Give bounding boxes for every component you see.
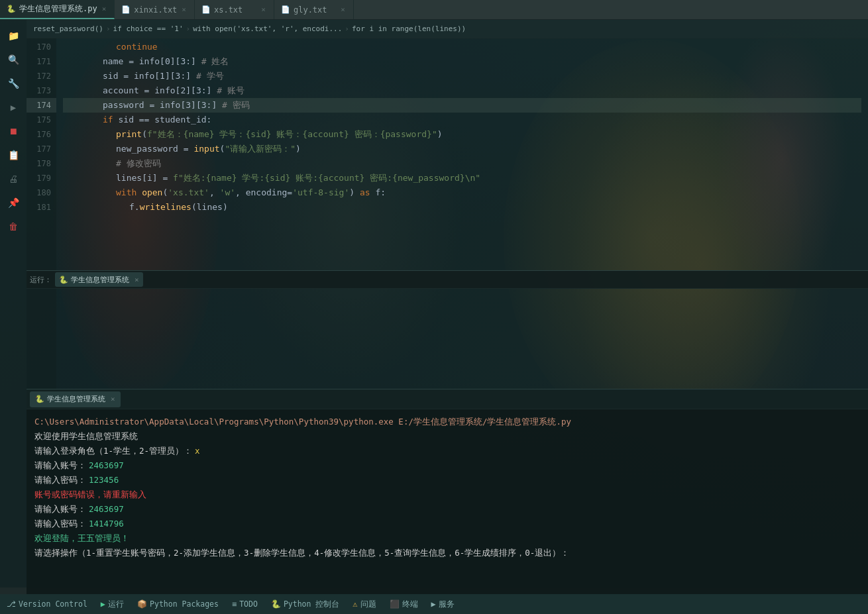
status-bar: ⎇ Version Control ▶ 运行 📦 Python Packages… <box>0 594 868 614</box>
line-num-175: 175 <box>27 113 56 127</box>
line-num-181: 181 <box>27 200 56 215</box>
terminal-welcome: 欢迎使用学生信息管理系统 <box>34 429 138 444</box>
run-label: 运行： <box>30 275 52 285</box>
tab-xs-close[interactable]: × <box>260 5 267 14</box>
terminal-status-label: 终端 <box>402 599 418 609</box>
activity-debug-icon[interactable]: 📋 <box>3 144 24 166</box>
code-line-181: f.writelines(lines) <box>63 200 861 215</box>
code-line-179: lines[i] = f"姓名:{name} 学号:{sid} 账号:{acco… <box>63 171 861 185</box>
tab-xinxi-close[interactable]: × <box>180 5 188 14</box>
terminal-line-8: 请输入密码：1414796 <box>34 517 860 531</box>
terminal-line-5: 请输入密码：123456 <box>34 473 860 487</box>
terminal-role-prompt: 请输入登录角色（1-学生，2-管理员）： <box>34 444 192 458</box>
line-num-173: 173 <box>27 83 56 98</box>
terminal-line-2: 欢迎使用学生信息管理系统 <box>34 429 860 444</box>
code-line-172: sid = info[1][3:] # 学号 <box>63 69 861 83</box>
services-icon: ▶ <box>431 599 436 609</box>
terminal-line-1: C:\Users\Administrator\AppData\Local\Pro… <box>34 415 860 429</box>
python-tab-icon: 🐍 <box>7 5 16 13</box>
status-problems[interactable]: ⚠ 问题 <box>346 594 382 614</box>
terminal-error-msg: 账号或密码错误，请重新输入 <box>34 487 146 502</box>
tab-python-close[interactable]: × <box>101 5 108 13</box>
tab-gly-label: gly.txt <box>294 5 327 15</box>
terminal-account-input2: 2463697 <box>89 502 124 517</box>
breadcrumb-part3[interactable]: with open('xs.txt', 'r', encodi... <box>193 25 342 33</box>
terminal-status-icon: ⬛ <box>390 599 400 609</box>
line-num-174: 174 <box>27 98 56 113</box>
python-console-label: Python 控制台 <box>284 599 339 609</box>
python-packages-label: Python Packages <box>150 599 219 609</box>
tab-xs[interactable]: 📄 xs.txt × <box>195 0 274 19</box>
todo-icon: ≡ <box>232 599 237 609</box>
terminal-welcome-msg: 欢迎登陆，王五管理员！ <box>34 531 129 546</box>
line-num-172: 172 <box>27 69 56 83</box>
status-todo[interactable]: ≡ TODO <box>225 594 264 614</box>
terminal-pw-prompt2: 请输入密码： <box>34 517 86 531</box>
xs-tab-icon: 📄 <box>201 5 211 14</box>
activity-bar: 📁 🔍 🔧 ▶ ⏹ 📋 🖨 📌 🗑 <box>0 20 27 588</box>
tab-gly[interactable]: 📄 gly.txt × <box>274 0 354 19</box>
terminal-tab-main[interactable]: 🐍 学生信息管理系统 × <box>30 391 121 407</box>
python-packages-icon: 📦 <box>137 599 147 609</box>
breadcrumb-part4[interactable]: for i in range(len(lines)) <box>352 25 466 33</box>
problems-label: 问题 <box>360 599 376 609</box>
line-num-176: 176 <box>27 127 56 142</box>
terminal-pw-input2: 1414796 <box>89 517 124 531</box>
tab-bar: 🐍 学生信息管理系统.py × 📄 xinxi.txt × 📄 xs.txt ×… <box>0 0 868 20</box>
status-services[interactable]: ▶ 服务 <box>425 594 461 614</box>
run-active-item[interactable]: 🐍 学生信息管理系统 × <box>55 272 143 287</box>
terminal-role-input: x <box>195 444 200 458</box>
terminal-area: 🐍 学生信息管理系统 × C:\Users\Administrator\AppD… <box>27 389 868 594</box>
terminal-line-4: 请输入账号：2463697 <box>34 458 860 473</box>
tab-python-label: 学生信息管理系统.py <box>19 3 97 15</box>
run-bar: 运行： 🐍 学生信息管理系统 × <box>27 270 868 289</box>
version-control-icon: ⎇ <box>7 599 16 609</box>
code-line-177: new_password = input("请输入新密码：") <box>63 142 861 156</box>
terminal-account-prompt2: 请输入账号： <box>34 502 86 517</box>
activity-pin-icon[interactable]: 📌 <box>3 192 24 213</box>
activity-files-icon[interactable]: 📁 <box>3 25 24 46</box>
breadcrumb-sep3: › <box>345 25 349 33</box>
activity-settings-icon[interactable]: 🔧 <box>3 73 24 94</box>
tab-xinxi-label: xinxi.txt <box>134 5 177 15</box>
terminal-tab-close[interactable]: × <box>111 395 115 403</box>
status-python-console[interactable]: 🐍 Python 控制台 <box>264 594 346 614</box>
run-active-icon: 🐍 <box>59 276 68 284</box>
code-line-178: # 修改密码 <box>63 156 861 171</box>
terminal-content[interactable]: C:\Users\Administrator\AppData\Local\Pro… <box>27 409 868 594</box>
tab-xinxi[interactable]: 📄 xinxi.txt × <box>115 0 195 19</box>
terminal-account-prompt1: 请输入账号： <box>34 458 86 473</box>
activity-search-icon[interactable]: 🔍 <box>3 49 24 70</box>
line-num-179: 179 <box>27 171 56 185</box>
run-status-label: 运行 <box>108 599 124 609</box>
tab-gly-close[interactable]: × <box>339 5 347 14</box>
code-line-171: name = info[0][3:] # 姓名 <box>63 54 861 69</box>
terminal-pw-prompt1: 请输入密码： <box>34 473 86 487</box>
breadcrumb-sep2: › <box>186 25 191 33</box>
terminal-pw-input1: 123456 <box>89 473 119 487</box>
code-line-175: if sid == student_id: <box>63 113 861 127</box>
terminal-line-9: 欢迎登陆，王五管理员！ <box>34 531 860 546</box>
status-terminal[interactable]: ⬛ 终端 <box>383 594 425 614</box>
code-line-173: account = info[2][3:] # 账号 <box>63 83 861 98</box>
terminal-tabs: 🐍 学生信息管理系统 × <box>27 389 868 409</box>
code-line-180: with open('xs.txt', 'w', encoding='utf-8… <box>63 185 861 200</box>
line-num-171: 171 <box>27 54 56 69</box>
terminal-account-input1: 2463697 <box>89 458 124 473</box>
status-version-control[interactable]: ⎇ Version Control <box>0 594 94 614</box>
status-run[interactable]: ▶ 运行 <box>94 594 131 614</box>
status-python-packages[interactable]: 📦 Python Packages <box>131 594 225 614</box>
terminal-line-7: 请输入账号：2463697 <box>34 502 860 517</box>
run-active-close[interactable]: × <box>135 276 139 284</box>
run-active-label: 学生信息管理系统 <box>71 275 129 285</box>
terminal-tab-label: 学生信息管理系统 <box>47 394 105 404</box>
activity-stop-icon[interactable]: ⏹ <box>3 121 24 142</box>
activity-run-icon[interactable]: ▶ <box>3 97 24 118</box>
services-label: 服务 <box>439 599 455 609</box>
activity-print-icon[interactable]: 🖨 <box>3 168 24 189</box>
problems-icon: ⚠ <box>353 599 357 609</box>
breadcrumb-part2[interactable]: if choice == '1' <box>113 25 184 33</box>
activity-delete-icon[interactable]: 🗑 <box>3 216 24 237</box>
breadcrumb-part1[interactable]: reset_password() <box>33 25 103 33</box>
tab-python-file[interactable]: 🐍 学生信息管理系统.py × <box>0 0 115 19</box>
